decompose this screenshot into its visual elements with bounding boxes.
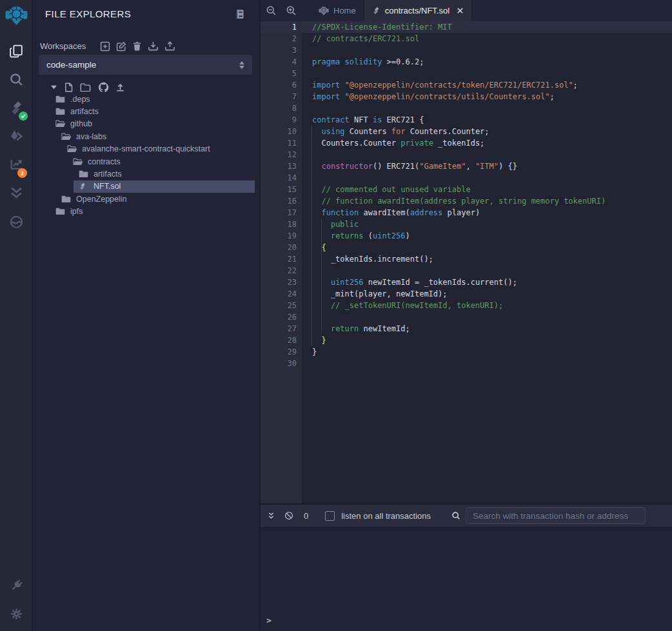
unit-testing-tab[interactable] (0, 180, 32, 204)
zoom-in-icon[interactable] (286, 5, 297, 16)
workspace-select[interactable]: code-sample (39, 55, 252, 75)
code-line-19[interactable]: returns (uint256) (302, 230, 672, 242)
rename-workspace-icon[interactable] (116, 41, 126, 52)
tree-item-openzeppelin[interactable]: OpenZeppelin (56, 193, 255, 205)
code-line-26[interactable] (302, 311, 672, 323)
terminal-toolbar: 0 listen on all transactions (261, 505, 672, 527)
tree-item-ava-labs[interactable]: ava-labs (56, 130, 255, 142)
code-line-24[interactable]: _mint(player, newItemId); (302, 288, 672, 300)
terminal-output[interactable]: > (261, 527, 672, 631)
line-number: 13 (261, 160, 297, 172)
remix-logo[interactable] (0, 4, 32, 27)
tree-item--deps[interactable]: .deps (50, 93, 255, 105)
line-number: 17 (261, 207, 297, 218)
file-explorer-panel: FILE EXPLORERS Workspaces (32, 0, 259, 631)
line-number: 3 (261, 44, 297, 56)
code-line-14[interactable] (302, 172, 672, 184)
code-line-12[interactable] (302, 149, 672, 160)
tree-item-label: ava-labs (76, 132, 106, 141)
code-line-5[interactable] (302, 68, 672, 79)
expand-terminal-icon[interactable] (267, 512, 275, 520)
code-line-8[interactable] (302, 102, 672, 114)
code-line-27[interactable]: return newItemId; (302, 323, 672, 335)
new-folder-icon[interactable] (80, 83, 91, 92)
code-line-17[interactable]: function awardItem(address player) (302, 207, 672, 218)
code-area[interactable]: //SPDX-License-Identifier: MIT// contrac… (302, 21, 672, 503)
code-line-23[interactable]: uint256 newItemId = _tokenIds.current(); (302, 277, 672, 288)
code-line-18[interactable]: public (302, 218, 672, 230)
create-workspace-icon[interactable] (100, 41, 110, 52)
deploy-run-tab[interactable] (0, 124, 32, 148)
code-line-29[interactable]: } (302, 346, 672, 358)
tree-item-github[interactable]: github (50, 118, 255, 130)
solidity-compiler-tab[interactable] (0, 96, 32, 119)
github-icon[interactable] (98, 82, 109, 93)
tab-close-icon[interactable] (457, 7, 464, 14)
code-line-9[interactable]: contract NFT is ERC721 { (302, 114, 672, 126)
code-line-21[interactable]: _tokenIds.increment(); (302, 253, 672, 265)
tree-item-label: avalanche-smart-contract-quickstart (82, 144, 210, 153)
code-line-6[interactable]: import "@openzeppelin/contracts/token/ER… (302, 79, 672, 91)
tab-home-label: Home (333, 6, 356, 15)
tree-item-nft-sol[interactable]: NFT.sol (74, 180, 255, 193)
code-line-2[interactable]: // contracts/ERC721.sol (302, 33, 672, 44)
indent-guide (321, 218, 322, 335)
tree-item-artifacts[interactable]: artifacts (74, 168, 255, 180)
tab-home[interactable]: Home (311, 0, 364, 21)
code-line-10[interactable]: using Counters for Counters.Counter; (302, 126, 672, 137)
collapse-caret-icon[interactable] (50, 84, 57, 90)
code-line-11[interactable]: Counters.Counter private _tokenIds; (302, 137, 672, 149)
listen-transactions-checkbox[interactable] (325, 511, 335, 521)
code-line-28[interactable]: } (302, 335, 672, 346)
folder-closed-icon (79, 170, 90, 178)
new-file-icon[interactable] (64, 83, 73, 92)
plugin-manager-tab[interactable] (0, 574, 32, 597)
code-line-4[interactable]: pragma solidity >=0.6.2; (302, 56, 672, 68)
line-number-gutter: 1234567891011121314151617181920212223242… (261, 21, 302, 503)
upload-workspace-icon[interactable] (164, 41, 175, 52)
line-number: 30 (261, 358, 297, 369)
code-line-13[interactable]: constructor() ERC721("GameItem", "ITM") … (302, 160, 672, 172)
publish-upload-icon[interactable] (116, 83, 124, 92)
terminal-search-icon (451, 511, 460, 520)
deploy-run-icon (8, 128, 25, 144)
code-editor[interactable]: 1234567891011121314151617181920212223242… (261, 21, 672, 503)
delete-workspace-icon[interactable] (132, 41, 142, 51)
tree-item-artifacts[interactable]: artifacts (50, 105, 255, 117)
tree-item-label: artifacts (70, 107, 99, 116)
folder-closed-icon (55, 108, 66, 115)
code-line-25[interactable]: // _setTokenURI(newItemId, tokenURI); (302, 300, 672, 311)
download-workspace-icon[interactable] (148, 41, 159, 52)
tab-active-file[interactable]: contracts/NFT.sol (364, 0, 472, 21)
book-icon[interactable] (235, 9, 245, 19)
folder-closed-icon (55, 208, 66, 215)
sphere-icon (8, 214, 25, 230)
zoom-out-icon[interactable] (266, 5, 277, 16)
panel-title: FILE EXPLORERS (45, 8, 131, 19)
tree-item-label: NFT.sol (94, 182, 121, 191)
code-line-20[interactable]: { (302, 242, 672, 253)
plugin-sphere-tab[interactable] (0, 210, 32, 233)
line-number: 2 (261, 33, 297, 44)
folder-open-icon (67, 145, 78, 153)
file-explorer-tab[interactable] (0, 39, 32, 63)
code-line-1[interactable]: //SPDX-License-Identifier: MIT (302, 21, 672, 33)
code-line-30[interactable] (302, 358, 672, 369)
static-analysis-tab[interactable]: 1 (0, 152, 32, 175)
terminal-prompt: > (266, 616, 272, 625)
search-tab[interactable] (0, 68, 32, 91)
line-number: 1 (261, 21, 297, 33)
line-number: 11 (261, 137, 297, 149)
tree-item-avalanche-smart-contract-quickstart[interactable]: avalanche-smart-contract-quickstart (62, 143, 255, 155)
code-line-3[interactable] (302, 44, 672, 56)
terminal-search-input[interactable] (466, 507, 646, 524)
tree-item-ipfs[interactable]: ipfs (50, 206, 255, 218)
code-line-15[interactable]: // commented out unused variable (302, 184, 672, 195)
folder-open-icon (73, 158, 84, 166)
code-line-22[interactable] (302, 265, 672, 277)
code-line-16[interactable]: // function awardItem(address player, st… (302, 195, 672, 207)
settings-tab[interactable] (0, 602, 32, 625)
clear-console-icon[interactable] (284, 511, 293, 520)
code-line-7[interactable]: import "@openzeppelin/contracts/utils/Co… (302, 91, 672, 102)
tree-item-contracts[interactable]: contracts (68, 155, 255, 168)
